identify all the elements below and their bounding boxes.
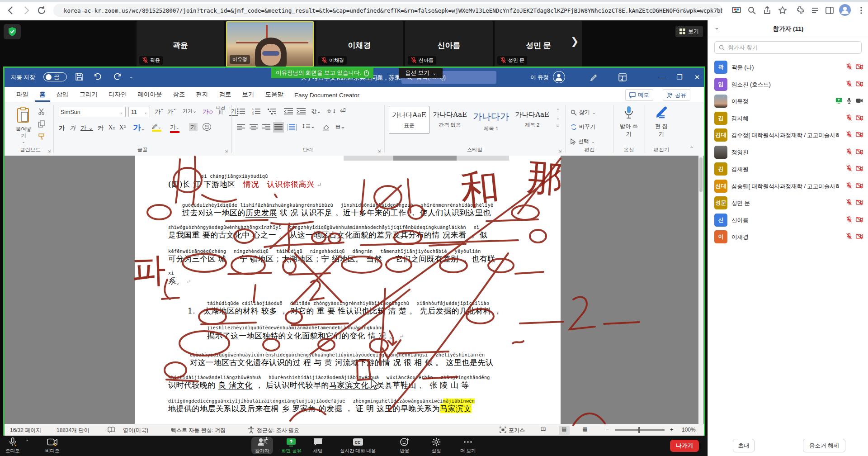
participant-row[interactable]: 김김채원 — [708, 161, 868, 177]
participant-row[interactable]: 김김지혜 — [708, 110, 868, 127]
video-tile-성민 문[interactable]: 성민 문성민 문 — [495, 21, 582, 67]
accessibility-status[interactable]: 접근성: 조사 필요 — [257, 427, 299, 434]
paragraph-dialog-launcher[interactable]: ⇲ — [377, 149, 381, 153]
draw-pen-icon[interactable] — [590, 73, 598, 81]
ribbon-tab-그리기[interactable]: 그리기 — [75, 87, 103, 102]
toolbar-participants-button[interactable]: 11참가자 — [251, 437, 273, 454]
reading-list-icon[interactable] — [810, 5, 820, 15]
show-marks-button[interactable]: ⏎ — [340, 107, 346, 115]
sort-asian-layout-button[interactable]: 갃⌄ — [311, 108, 321, 115]
line-spacing-button[interactable]: ↕☰⌄ — [301, 123, 315, 129]
autosave-toggle[interactable]: 끔 — [43, 72, 67, 81]
minimize-button[interactable]: — — [656, 71, 669, 83]
ribbon-tab-삽입[interactable]: 삽입 — [52, 87, 73, 102]
ribbon-tab-검토[interactable]: 검토 — [215, 87, 236, 102]
web-layout-button[interactable]: ▦ — [580, 426, 590, 435]
invite-button[interactable]: 초대 — [733, 439, 755, 452]
copy-icon[interactable] — [38, 120, 45, 128]
participant-row[interactable]: 심대심승렬[ 대학원석사과정재학 / 고고미술사학과 ] — [708, 178, 868, 195]
cut-icon[interactable] — [38, 108, 45, 115]
distribute-button[interactable] — [288, 124, 297, 131]
ribbon-tab-Easy Document Creator[interactable]: Easy Document Creator — [290, 89, 364, 102]
align-center-button[interactable] — [250, 124, 258, 131]
memo-button[interactable]: 메모 — [625, 89, 653, 101]
account-avatar[interactable] — [553, 71, 565, 83]
address-bar[interactable]: korea-ac-kr.zoom.us/wc/89152528007/join?… — [53, 4, 722, 17]
back-button[interactable] — [5, 5, 16, 16]
replace-button[interactable]: 바꾸기 — [571, 123, 595, 131]
format-painter-icon[interactable] — [38, 133, 45, 140]
align-left-button[interactable] — [237, 124, 245, 131]
underline-button[interactable]: 가 ⌄ — [80, 124, 93, 132]
dictate-button[interactable]: 받아 쓰기 — [615, 106, 643, 138]
toolbar-more-button[interactable]: 더 보기 — [460, 437, 476, 454]
toolbar-chat-button[interactable]: ⌃채팅 — [313, 437, 323, 454]
phonetic-guide-button[interactable]: 내천川 — [216, 106, 225, 115]
borders-button[interactable]: ⊞⌄ — [335, 123, 345, 130]
participant-row[interactable]: 신신아름 — [708, 212, 868, 228]
zoom-out-button[interactable]: − — [606, 427, 609, 433]
reload-button[interactable] — [36, 5, 47, 16]
word-count[interactable]: 18834개 단어 — [57, 427, 90, 434]
multilevel-list-button[interactable] — [268, 108, 278, 115]
video-tile-이채경[interactable]: 이채경이채경 — [316, 21, 403, 67]
scrollbar-thumb[interactable] — [699, 157, 703, 192]
style-표준[interactable]: 가나다AaE표준 — [389, 106, 429, 134]
vertical-scrollbar[interactable] — [698, 156, 703, 424]
style-제목 1[interactable]: 가나다가제목 1 — [471, 106, 511, 133]
video-tile-곽윤[interactable]: 곽윤곽윤 — [137, 21, 224, 67]
align-right-button[interactable] — [262, 124, 270, 131]
ribbon-options-icon[interactable] — [618, 73, 627, 81]
strikethrough-button[interactable]: 가 — [98, 124, 104, 132]
save-icon[interactable] — [75, 72, 84, 81]
style-제목 2[interactable]: 가나다AaE제목 2 — [512, 106, 552, 133]
profile-avatar[interactable] — [839, 4, 851, 16]
editor-button[interactable]: 편 집기 — [646, 106, 676, 138]
quick-access-chevron[interactable]: ⌄ — [129, 74, 133, 79]
leave-label[interactable]: 나가기 — [676, 442, 693, 450]
zoom-slider[interactable] — [615, 429, 665, 431]
font-size-select[interactable]: 11⌄ — [128, 107, 150, 117]
ribbon-tab-도움말[interactable]: 도움말 — [261, 87, 288, 102]
ribbon-tab-보기[interactable]: 보기 — [238, 87, 259, 102]
bookmark-star-icon[interactable] — [778, 5, 788, 15]
style-간격 없음[interactable]: 가나다AaE간격 없음 — [430, 106, 470, 133]
increase-indent-button[interactable] — [297, 108, 306, 115]
document-canvas[interactable]: sì chángjiāngxiàyóudìqū(四)长 江 下游地区 情况 认识… — [5, 156, 704, 424]
ribbon-tab-레이아웃[interactable]: 레이아웃 — [133, 87, 167, 102]
toolbar-share-button[interactable]: 화면 공유 — [281, 437, 302, 454]
clear-formatting-button[interactable]: 가◇ — [203, 108, 213, 116]
collapse-ribbon-chevron[interactable]: ⌃ — [689, 146, 693, 152]
restore-button[interactable]: ❐ — [673, 71, 686, 83]
audio-options-chevron[interactable]: ⌃ — [25, 439, 29, 444]
toolbar-cc-button[interactable]: CC실시간 대화 내용 — [340, 437, 376, 454]
account-name[interactable]: 이 유정 — [530, 74, 549, 81]
subscript-button[interactable]: X₂ — [108, 124, 115, 131]
clipboard-dialog-launcher[interactable]: ⇲ — [47, 149, 51, 153]
ribbon-tab-파일[interactable]: 파일 — [12, 87, 33, 102]
video-tile-이유정[interactable]: 이유정 — [226, 21, 314, 67]
participants-search[interactable]: 참가자 찾기 — [714, 41, 862, 54]
styles-scroll[interactable]: ⌃⌄⍗ — [554, 107, 561, 130]
view-button[interactable]: 보기 — [675, 26, 703, 37]
ribbon-tab-편지[interactable]: 편지 — [192, 87, 213, 102]
zoom-in-button[interactable]: + — [670, 427, 673, 433]
toolbar-gear-button[interactable]: 설정 — [431, 437, 441, 454]
participant-row[interactable]: 김대김수정[ 대학원석사과정재학 / 고고미술사학과 ] — [708, 127, 868, 143]
shading-bucket-icon[interactable] — [322, 124, 330, 131]
superscript-button[interactable]: X² — [119, 124, 126, 131]
numbering-button[interactable]: 123 — [252, 108, 262, 115]
page-indicator[interactable]: 16/32 페이지 — [10, 427, 41, 434]
language-indicator[interactable]: 영어(미국) — [123, 427, 148, 434]
proofing-icon[interactable] — [108, 426, 115, 433]
bold-button[interactable]: 가 — [59, 124, 65, 132]
participant-row[interactable]: 정영진 — [708, 144, 868, 161]
options-view-button[interactable]: 옵션 보기 ⌄ — [399, 68, 443, 78]
security-shield-icon[interactable] — [4, 24, 21, 39]
justify-button[interactable] — [274, 124, 283, 131]
close-button[interactable]: ✕ — [690, 71, 704, 83]
enclose-characters-button[interactable]: 인 — [203, 123, 211, 131]
styles-dialog-launcher[interactable]: ⇲ — [558, 149, 561, 153]
undo-icon[interactable] — [93, 72, 102, 81]
side-panel-icon[interactable] — [825, 5, 835, 15]
